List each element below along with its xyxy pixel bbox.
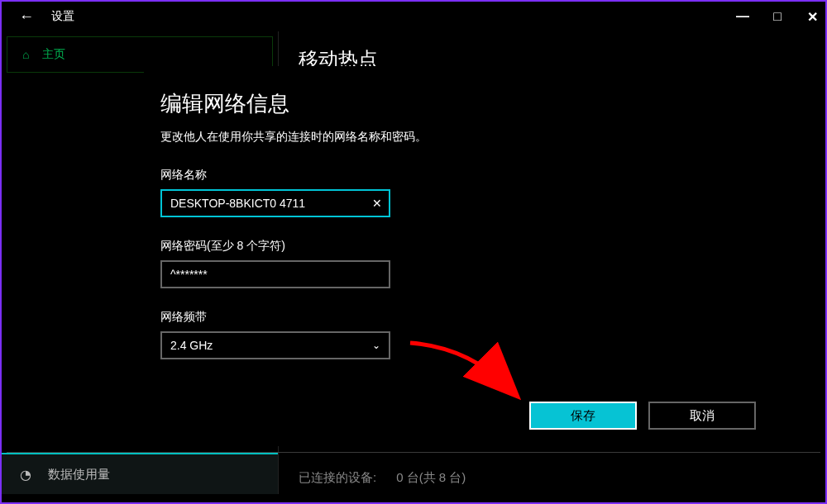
dialog-title: 编辑网络信息 — [160, 89, 756, 118]
network-band-label: 网络频带 — [160, 310, 756, 325]
window-titlebar: ← 设置 — □ ✕ — [2, 2, 825, 31]
sidebar-item-data-usage[interactable]: ◔ 数据使用量 — [2, 453, 278, 494]
sidebar-home-label: 主页 — [42, 47, 65, 62]
minimize-button[interactable]: — — [734, 9, 751, 24]
dialog-buttons: 保存 取消 — [529, 402, 756, 430]
close-button[interactable]: ✕ — [804, 9, 820, 25]
network-password-input[interactable] — [160, 260, 390, 288]
clear-input-icon[interactable]: ✕ — [372, 197, 382, 210]
connected-devices-label: 已连接的设备: — [299, 470, 376, 486]
dialog-subtitle: 更改他人在使用你共享的连接时的网络名称和密码。 — [160, 130, 756, 145]
network-name-field[interactable] — [170, 197, 361, 210]
connected-devices-value: 0 台(共 8 台) — [396, 470, 466, 486]
network-band-group: 网络频带 2.4 GHz ⌄ — [160, 310, 756, 359]
data-usage-label: 数据使用量 — [48, 467, 110, 483]
network-band-select[interactable]: 2.4 GHz ⌄ — [160, 331, 390, 359]
edit-network-dialog: 编辑网络信息 更改他人在使用你共享的连接时的网络名称和密码。 网络名称 ✕ 网络… — [144, 66, 772, 446]
save-button[interactable]: 保存 — [529, 402, 637, 430]
network-band-value: 2.4 GHz — [170, 339, 213, 352]
network-password-label: 网络密码(至少 8 个字符) — [160, 239, 756, 254]
back-button[interactable]: ← — [10, 2, 43, 31]
connected-devices-row: 已连接的设备: 0 台(共 8 台) — [299, 470, 466, 486]
network-name-group: 网络名称 ✕ — [160, 168, 756, 217]
network-password-field[interactable] — [170, 268, 361, 281]
separator — [7, 452, 820, 453]
cancel-button[interactable]: 取消 — [648, 402, 756, 430]
home-icon: ⌂ — [22, 48, 29, 61]
network-name-input[interactable]: ✕ — [160, 189, 390, 217]
data-usage-icon: ◔ — [20, 467, 31, 483]
window-title: 设置 — [51, 9, 74, 24]
chevron-down-icon: ⌄ — [372, 340, 380, 351]
network-name-label: 网络名称 — [160, 168, 756, 183]
maximize-button[interactable]: □ — [769, 9, 786, 24]
network-password-group: 网络密码(至少 8 个字符) — [160, 239, 756, 288]
window-controls: — □ ✕ — [734, 2, 820, 31]
